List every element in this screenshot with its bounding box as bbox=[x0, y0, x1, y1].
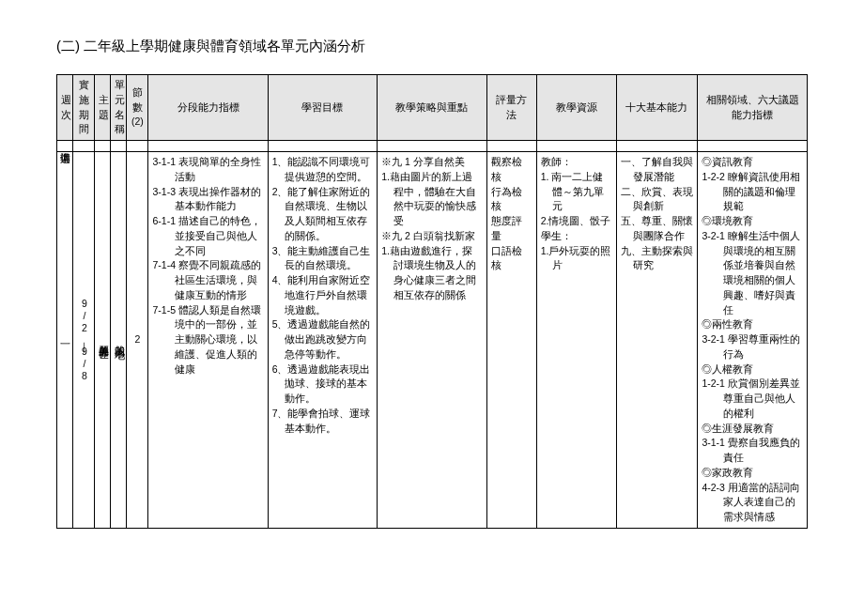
h-date: 實施期間 bbox=[72, 75, 94, 141]
assess-item: 行為檢核 bbox=[491, 185, 532, 215]
hours-cell: 2 bbox=[127, 152, 148, 529]
objective-item: 4、能利用自家附近空地進行戶外自然環境遊戲。 bbox=[272, 273, 374, 317]
related-code: 4-2-3 用適當的語詞向家人表達自己的需求與情感 bbox=[702, 481, 803, 525]
related-cell: ◎資訊教育 1-2-2 瞭解資訊使用相關的議題和倫理規範 ◎環境教育 3-2-1… bbox=[698, 152, 808, 529]
objective-item: 1、能認識不同環境可提供遊憩的空間。 bbox=[272, 155, 374, 185]
related-cat: ◎生涯發展教育 bbox=[702, 422, 803, 437]
related-cat: ◎兩性教育 bbox=[702, 317, 803, 332]
strategy-title: ※九 1 分享自然美 bbox=[381, 155, 483, 170]
h-objective: 學習目標 bbox=[268, 75, 378, 141]
resource-student-label: 學生： bbox=[541, 229, 612, 244]
objective-item: 7、能學會拍球、運球基本動作。 bbox=[272, 407, 374, 437]
resource-cell: 教師： 1. 南一二上健體～第九單元 2.情境圖、骰子 學生： 1.戶外玩耍的照… bbox=[536, 152, 616, 529]
h-week: 週次 bbox=[57, 75, 73, 141]
prep-row: 準備週 bbox=[57, 141, 808, 152]
curriculum-table: 週次 實施期間 主題 單元名稱 節數(2) 分段能力指標 學習目標 教學策略與重… bbox=[56, 74, 808, 529]
ability-item: 一、了解自我與發展潛能 bbox=[621, 155, 694, 185]
prep-label: 準備週 bbox=[57, 141, 73, 152]
related-code: 3-2-1 學習尊重兩性的行為 bbox=[702, 332, 803, 362]
indicator-item: 3-1-1 表現簡單的全身性活動 bbox=[152, 155, 263, 185]
objective-item: 5、透過遊戲能自然的做出跑跳改變方向急停等動作。 bbox=[272, 317, 374, 362]
h-ability: 十大基本能力 bbox=[616, 75, 698, 141]
date-cell: 9/2｜9/8 bbox=[72, 152, 94, 529]
strategy-cell: ※九 1 分享自然美 1.藉由圖片的新上過程中，體驗在大自然中玩耍的愉快感受 ※… bbox=[378, 152, 487, 529]
related-code: 1-2-2 瞭解資訊使用相關的議題和倫理規範 bbox=[702, 170, 803, 214]
assess-item: 觀察檢核 bbox=[491, 155, 532, 185]
related-cat: ◎資訊教育 bbox=[702, 155, 803, 170]
objective-item: 3、能主動維護自己生長的自然環境。 bbox=[272, 244, 374, 274]
indicator-item: 3-1-3 表現出操作器材的基本動作能力 bbox=[152, 185, 263, 215]
unit-cell: 我的小天地 bbox=[111, 152, 127, 529]
resource-item: 1. 南一二上健體～第九單元 bbox=[541, 170, 612, 214]
assess-item: 口語檢核 bbox=[491, 244, 532, 274]
h-assess: 評量方法 bbox=[486, 75, 536, 141]
ability-cell: 一、了解自我與發展潛能 二、欣賞、表現與創新 五、尊重、關懷與團隊合作 九、主動… bbox=[616, 152, 698, 529]
related-cat: ◎家政教育 bbox=[702, 466, 803, 481]
indicator-item: 7-1-4 察覺不同親疏感的社區生活環境，與健康互動的情形 bbox=[152, 258, 263, 302]
indicator-item: 6-1-1 描述自己的特色，並接受自己與他人之不同 bbox=[152, 214, 263, 258]
header-row: 週次 實施期間 主題 單元名稱 節數(2) 分段能力指標 學習目標 教學策略與重… bbox=[57, 75, 808, 141]
objective-item: 2、能了解住家附近的自然環境、生物以及人類間相互依存的關係。 bbox=[272, 185, 374, 244]
h-theme: 主題 bbox=[95, 75, 111, 141]
theme-cell: 美麗的世界 bbox=[95, 152, 111, 529]
h-hours: 節數(2) bbox=[127, 75, 148, 141]
indicator-cell: 3-1-1 表現簡單的全身性活動 3-1-3 表現出操作器材的基本動作能力 6-… bbox=[148, 152, 268, 529]
objective-cell: 1、能認識不同環境可提供遊憩的空間。 2、能了解住家附近的自然環境、生物以及人類… bbox=[268, 152, 378, 529]
related-code: 1-2-1 欣賞個別差異並尊重自己與他人的權利 bbox=[702, 377, 803, 421]
strategy-item: 1.藉由圖片的新上過程中，體驗在大自然中玩耍的愉快感受 bbox=[381, 170, 483, 229]
resource-item: 2.情境圖、骰子 bbox=[541, 214, 612, 229]
related-code: 3-2-1 瞭解生活中個人與環境的相互關係並培養與自然環境相關的個人興趣、嗜好與… bbox=[702, 229, 803, 318]
week-cell: 一 bbox=[57, 152, 73, 529]
ability-item: 五、尊重、關懷與團隊合作 bbox=[621, 214, 694, 244]
table-row: 一 9/2｜9/8 美麗的世界 我的小天地 2 3-1-1 表現簡單的全身性活動… bbox=[57, 152, 808, 529]
related-cat: ◎環境教育 bbox=[702, 214, 803, 229]
h-resource: 教學資源 bbox=[536, 75, 616, 141]
page-title: (二) 二年級上學期健康與體育領域各單元內涵分析 bbox=[56, 38, 808, 55]
ability-item: 九、主動探索與研究 bbox=[621, 244, 694, 274]
h-unit: 單元名稱 bbox=[111, 75, 127, 141]
ability-item: 二、欣賞、表現與創新 bbox=[621, 185, 694, 215]
resource-item: 1.戶外玩耍的照片 bbox=[541, 244, 612, 274]
strategy-item: 1.藉由遊戲進行，探討環境生物及人的身心健康三者之間相互依存的關係 bbox=[381, 244, 483, 303]
objective-item: 6、透過遊戲能表現出拋球、接球的基本動作。 bbox=[272, 362, 374, 407]
strategy-title: ※九 2 白頭翁找新家 bbox=[381, 229, 483, 244]
assess-cell: 觀察檢核 行為檢核 態度評量 口語檢核 bbox=[486, 152, 536, 529]
h-related: 相關領域、六大議題能力指標 bbox=[698, 75, 808, 141]
h-indicator: 分段能力指標 bbox=[148, 75, 268, 141]
resource-teacher-label: 教師： bbox=[541, 155, 612, 170]
indicator-item: 7-1-5 體認人類是自然環境中的一部份，並主動關心環境，以維護、促進人類的健康 bbox=[152, 303, 263, 377]
assess-item: 態度評量 bbox=[491, 214, 532, 244]
related-cat: ◎人權教育 bbox=[702, 362, 803, 377]
related-code: 3-1-1 覺察自我應負的責任 bbox=[702, 436, 803, 466]
h-strategy: 教學策略與重點 bbox=[378, 75, 487, 141]
